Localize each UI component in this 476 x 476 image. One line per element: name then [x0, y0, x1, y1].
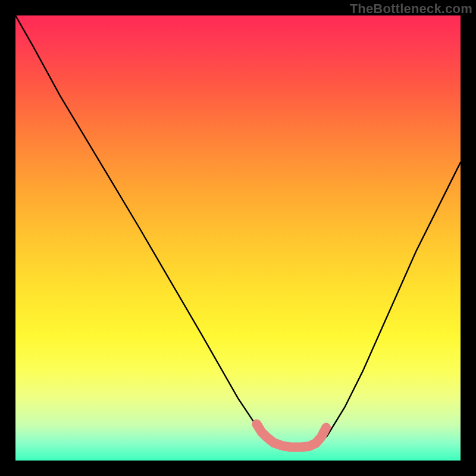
bottleneck-curve: [15, 15, 461, 447]
watermark-text: TheBottleneck.com: [350, 1, 472, 17]
plot-frame: [15, 15, 461, 461]
curve-overlay: [15, 15, 461, 461]
optimal-region-marker: [256, 424, 326, 447]
